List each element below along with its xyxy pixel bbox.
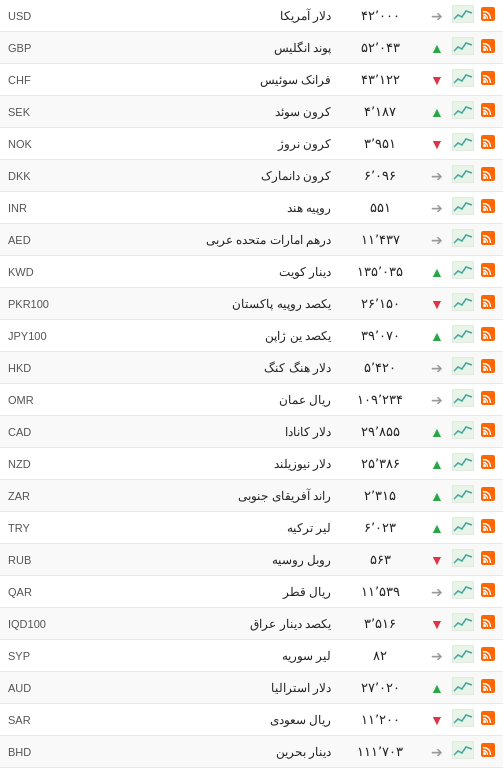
- rss-icon[interactable]: [477, 7, 499, 24]
- table-row[interactable]: ▼۳٬۹۵۱کرون نروژNOK: [0, 128, 503, 160]
- neutral-arrow-icon: ➔: [431, 360, 443, 376]
- table-row[interactable]: ▲۱۳۵٬۰۳۵دینار کویتKWD: [0, 256, 503, 288]
- chart-icon[interactable]: [449, 357, 477, 378]
- trend-arrow: ▲: [425, 40, 449, 56]
- table-row[interactable]: ▲۲٬۳۱۵راند آفریقای جنوبیZAR: [0, 480, 503, 512]
- chart-icon[interactable]: [449, 421, 477, 442]
- table-row[interactable]: ➔۱۱٬۵۳۹ریال قطرQAR: [0, 576, 503, 608]
- rss-icon[interactable]: [477, 135, 499, 152]
- rss-icon[interactable]: [477, 423, 499, 440]
- currency-code: NOK: [4, 138, 62, 150]
- chart-icon[interactable]: [449, 101, 477, 122]
- rss-icon[interactable]: [477, 103, 499, 120]
- trend-arrow: ➔: [425, 168, 449, 184]
- table-row[interactable]: ▲۳۹٬۰۷۰یکصد ین ژاپنJPY100: [0, 320, 503, 352]
- chart-icon[interactable]: [449, 709, 477, 730]
- chart-icon[interactable]: [449, 325, 477, 346]
- rss-icon[interactable]: [477, 583, 499, 600]
- chart-icon[interactable]: [449, 485, 477, 506]
- down-arrow-icon: ▼: [430, 552, 444, 568]
- currency-name: روپیه هند: [62, 201, 335, 215]
- chart-icon[interactable]: [449, 69, 477, 90]
- rss-icon[interactable]: [477, 711, 499, 728]
- currency-name: دینار کویت: [62, 265, 335, 279]
- table-row[interactable]: ➔۵۵۱روپیه هندINR: [0, 192, 503, 224]
- chart-icon[interactable]: [449, 293, 477, 314]
- currency-name: دلار آمریکا: [62, 9, 335, 23]
- svg-point-61: [483, 656, 486, 659]
- chart-icon[interactable]: [449, 645, 477, 666]
- chart-icon[interactable]: [449, 261, 477, 282]
- table-row[interactable]: ▼۲۶٬۱۵۰یکصد روپیه پاکستانPKR100: [0, 288, 503, 320]
- chart-icon[interactable]: [449, 581, 477, 602]
- table-row[interactable]: ➔۱۰۹٬۲۳۴ریال عمانOMR: [0, 384, 503, 416]
- neutral-arrow-icon: ➔: [431, 584, 443, 600]
- chart-icon[interactable]: [449, 5, 477, 26]
- chart-icon[interactable]: [449, 133, 477, 154]
- currency-price: ۱۱۱٬۷۰۳: [335, 744, 425, 759]
- chart-icon[interactable]: [449, 549, 477, 570]
- rss-icon[interactable]: [477, 199, 499, 216]
- rss-icon[interactable]: [477, 551, 499, 568]
- table-row[interactable]: ➔۱۱٬۴۳۷درهم امارات متحده عربیAED: [0, 224, 503, 256]
- currency-name: دینار بحرین: [62, 745, 335, 759]
- chart-icon[interactable]: [449, 453, 477, 474]
- table-row[interactable]: ▲۴٬۱۸۷کرون سوئدSEK: [0, 96, 503, 128]
- trend-arrow: ▼: [425, 72, 449, 88]
- table-row[interactable]: ▼۳٬۵۱۶یکصد دینار عراقIQD100: [0, 608, 503, 640]
- rss-icon[interactable]: [477, 679, 499, 696]
- currency-price: ۵۶۳: [335, 552, 425, 567]
- table-row[interactable]: ➔۴۲٬۰۰۰دلار آمریکاUSD: [0, 0, 503, 32]
- rss-icon[interactable]: [477, 487, 499, 504]
- rss-icon[interactable]: [477, 455, 499, 472]
- table-row[interactable]: ▼۵۶۳روبل روسیهRUB: [0, 544, 503, 576]
- rss-icon[interactable]: [477, 647, 499, 664]
- currency-code: RUB: [4, 554, 62, 566]
- chart-icon[interactable]: [449, 677, 477, 698]
- rss-icon[interactable]: [477, 743, 499, 760]
- chart-icon[interactable]: [449, 197, 477, 218]
- table-row[interactable]: ▼۴۳٬۱۲۲فرانک سوئیسCHF: [0, 64, 503, 96]
- chart-icon[interactable]: [449, 229, 477, 250]
- currency-price: ۱۳۵٬۰۳۵: [335, 264, 425, 279]
- rss-icon[interactable]: [477, 359, 499, 376]
- table-row[interactable]: ▲۲۹٬۸۵۵دلار کاناداCAD: [0, 416, 503, 448]
- rss-icon[interactable]: [477, 71, 499, 88]
- currency-name: کرون نروژ: [62, 137, 335, 151]
- rss-icon[interactable]: [477, 519, 499, 536]
- currency-price: ۳۹٬۰۷۰: [335, 328, 425, 343]
- table-row[interactable]: ▲۵۲٬۰۴۳پوند انگلیسGBP: [0, 32, 503, 64]
- trend-arrow: ▲: [425, 680, 449, 696]
- rss-icon[interactable]: [477, 615, 499, 632]
- rss-icon[interactable]: [477, 391, 499, 408]
- chart-icon[interactable]: [449, 165, 477, 186]
- svg-rect-53: [452, 549, 474, 567]
- chart-icon[interactable]: [449, 37, 477, 58]
- table-row[interactable]: ▲۶٬۰۲۳لیر ترکیهTRY: [0, 512, 503, 544]
- table-row[interactable]: ➔۸۲لیر سوریهSYP: [0, 640, 503, 672]
- rss-icon[interactable]: [477, 39, 499, 56]
- table-row[interactable]: ▲۲۷٬۰۲۰دلار استرالیاAUD: [0, 672, 503, 704]
- currency-code: AED: [4, 234, 62, 246]
- rss-icon[interactable]: [477, 167, 499, 184]
- chart-icon[interactable]: [449, 613, 477, 634]
- rss-icon[interactable]: [477, 295, 499, 312]
- currency-code: SEK: [4, 106, 62, 118]
- chart-icon[interactable]: [449, 741, 477, 762]
- table-row[interactable]: ➔۵٬۴۲۰دلار هنگ کنگHKD: [0, 352, 503, 384]
- table-row[interactable]: ➔۶٬۰۹۶کرون دانمارکDKK: [0, 160, 503, 192]
- chart-icon[interactable]: [449, 389, 477, 410]
- down-arrow-icon: ▼: [430, 616, 444, 632]
- rss-icon[interactable]: [477, 263, 499, 280]
- table-row[interactable]: ▲۲۵٬۳۸۶دلار نیوزیلندNZD: [0, 448, 503, 480]
- svg-point-43: [483, 464, 486, 467]
- currency-price: ۲۷٬۰۲۰: [335, 680, 425, 695]
- rss-icon[interactable]: [477, 231, 499, 248]
- table-row[interactable]: ▼۱۱٬۲۰۰ریال سعودیSAR: [0, 704, 503, 736]
- currency-name: پوند انگلیس: [62, 41, 335, 55]
- chart-icon[interactable]: [449, 517, 477, 538]
- table-row[interactable]: ➔۱۱۱٬۷۰۳دینار بحرینBHD: [0, 736, 503, 768]
- currency-code: TRY: [4, 522, 62, 534]
- rss-icon[interactable]: [477, 327, 499, 344]
- trend-arrow: ▼: [425, 712, 449, 728]
